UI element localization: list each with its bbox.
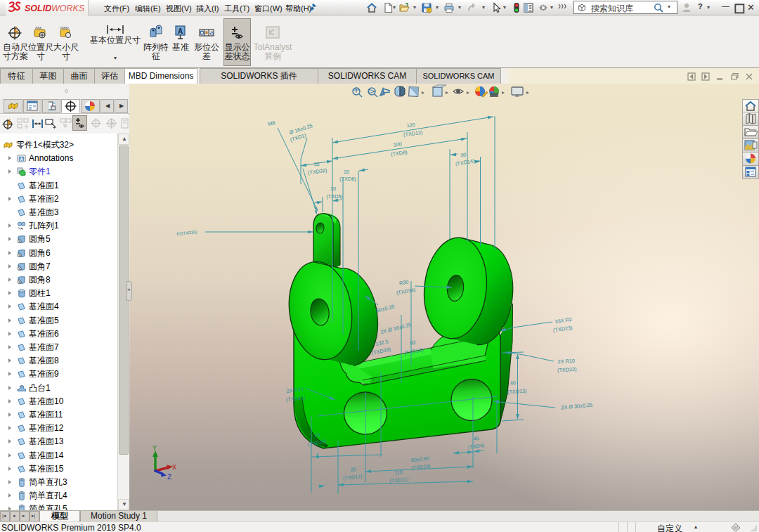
svg-text:(TXD22): (TXD22): [557, 366, 577, 374]
svg-text:(TXD6): (TXD6): [339, 176, 356, 182]
svg-text:2X Ø 16±0.25: 2X Ø 16±0.25: [379, 321, 412, 335]
svg-text:(TXD23): (TXD23): [552, 325, 573, 334]
svg-text:M6: M6: [268, 119, 276, 127]
svg-text:WORKS: WORKS: [51, 4, 85, 13]
svg-text:20: 20: [350, 466, 356, 473]
svg-text:20: 20: [344, 169, 349, 175]
svg-text:‹xxx›: ‹xxx›: [60, 25, 69, 30]
svg-text:R30: R30: [398, 278, 409, 286]
svg-text:60±0.25: 60±0.25: [376, 304, 396, 314]
svg-text:32: 32: [313, 161, 320, 168]
svg-text:2X Ø 30±0.25: 2X Ø 30±0.25: [561, 402, 593, 411]
svg-text:(TXD18): (TXD18): [411, 463, 431, 472]
svg-text:X: X: [172, 464, 176, 472]
svg-text:xxx: xxx: [35, 25, 41, 30]
svg-text:45: 45: [473, 435, 479, 442]
svg-text:40: 40: [510, 379, 516, 387]
svg-text:(TXD8): (TXD8): [390, 149, 407, 157]
svg-text:Y: Y: [153, 445, 157, 453]
svg-text:SOLID: SOLID: [25, 4, 51, 13]
svg-text:(TXD11): (TXD11): [389, 476, 409, 484]
svg-text:33X R2: 33X R2: [554, 316, 572, 325]
svg-text:R2(TXD35): R2(TXD35): [176, 230, 197, 236]
svg-text:80±0.50: 80±0.50: [410, 455, 429, 464]
svg-text:2X R10: 2X R10: [557, 358, 575, 365]
svg-text:(TXD34): (TXD34): [396, 287, 416, 297]
svg-text:82: 82: [410, 339, 417, 346]
svg-text:(TXD33): (TXD33): [371, 346, 391, 356]
svg-text:120: 120: [406, 122, 415, 129]
svg-text:110: 110: [394, 469, 403, 476]
svg-text:!: !: [428, 8, 429, 13]
svg-text:Z: Z: [167, 474, 171, 481]
svg-text:100: 100: [393, 141, 402, 148]
svg-text:A: A: [178, 27, 183, 35]
svg-text:(TXD5): (TXD5): [326, 193, 343, 200]
svg-text:10: 10: [330, 186, 336, 192]
svg-text:(TXD17): (TXD17): [343, 473, 363, 481]
svg-text:(TXD14): (TXD14): [455, 157, 475, 167]
svg-text:(TXD4): (TXD4): [467, 442, 485, 450]
svg-text:(TXD13): (TXD13): [507, 388, 527, 396]
svg-text:30: 30: [460, 151, 467, 158]
svg-text:(TXD32): (TXD32): [307, 167, 327, 176]
svg-text:132.5: 132.5: [375, 338, 389, 347]
